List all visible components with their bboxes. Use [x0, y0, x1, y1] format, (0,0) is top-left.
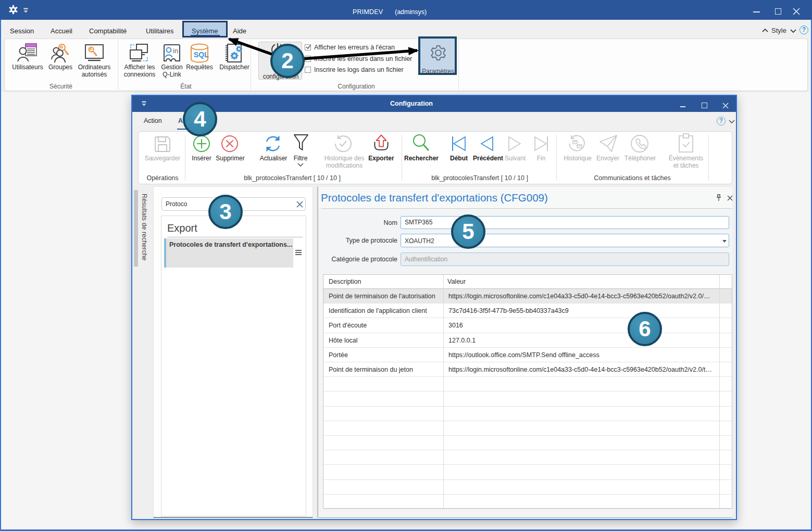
svg-text:SQL: SQL: [194, 50, 209, 59]
svg-text:in: in: [173, 47, 178, 55]
